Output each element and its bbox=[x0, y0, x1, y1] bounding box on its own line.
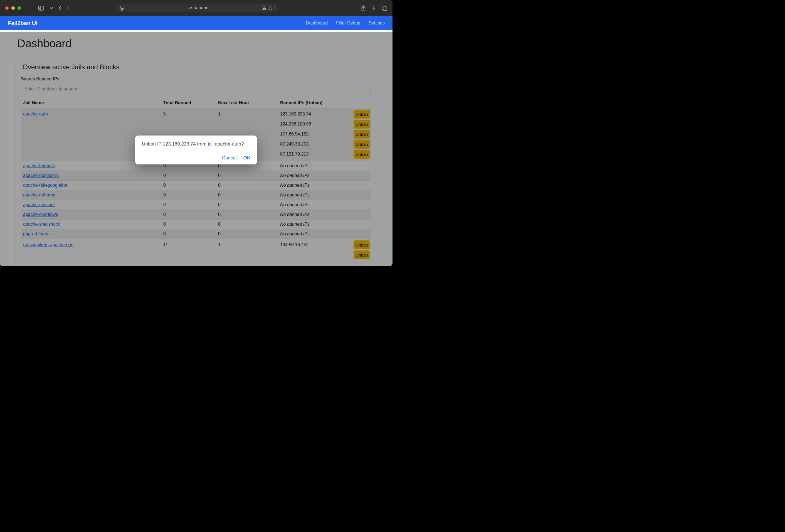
nav-link-dashboard[interactable]: Dashboard bbox=[306, 21, 328, 26]
back-icon[interactable] bbox=[58, 6, 61, 10]
web-content: Fail2ban UI Dashboard Filter Debug Setti… bbox=[0, 16, 392, 266]
translate-icon[interactable]: A x̄ bbox=[261, 5, 266, 11]
url-text[interactable]: 172.16.10.18 bbox=[118, 4, 275, 12]
cancel-button[interactable]: Cancel bbox=[222, 155, 237, 161]
forward-icon[interactable] bbox=[67, 6, 70, 10]
brand[interactable]: Fail2ban UI bbox=[8, 20, 37, 26]
confirm-dialog: Unban IP 123.160.223.74 from jail apache… bbox=[135, 135, 257, 164]
svg-text:x̄: x̄ bbox=[264, 8, 265, 10]
share-icon[interactable] bbox=[361, 5, 366, 11]
dialog-message: Unban IP 123.160.223.74 from jail apache… bbox=[135, 135, 257, 152]
toolbar-divider bbox=[47, 5, 47, 11]
new-tab-icon[interactable] bbox=[371, 6, 376, 10]
traffic-lights bbox=[0, 6, 21, 10]
nav-link-filter-debug[interactable]: Filter Debug bbox=[336, 21, 360, 26]
tabs-overview-icon[interactable] bbox=[382, 5, 387, 11]
nav-link-settings[interactable]: Settings bbox=[369, 21, 385, 26]
zoom-window-button[interactable] bbox=[18, 6, 21, 10]
minimize-window-button[interactable] bbox=[11, 6, 15, 10]
ok-button[interactable]: OK bbox=[244, 155, 251, 161]
sidebar-icon[interactable] bbox=[38, 6, 44, 10]
browser-toolbar: 172.16.10.18 A x̄ bbox=[0, 0, 392, 16]
close-window-button[interactable] bbox=[5, 6, 9, 10]
address-bar[interactable]: 172.16.10.18 A x̄ bbox=[117, 4, 276, 12]
site-navbar: Fail2ban UI Dashboard Filter Debug Setti… bbox=[0, 16, 392, 30]
safari-window: 172.16.10.18 A x̄ bbox=[0, 0, 392, 266]
reload-icon[interactable] bbox=[269, 6, 273, 10]
chevron-down-icon[interactable] bbox=[50, 7, 53, 9]
